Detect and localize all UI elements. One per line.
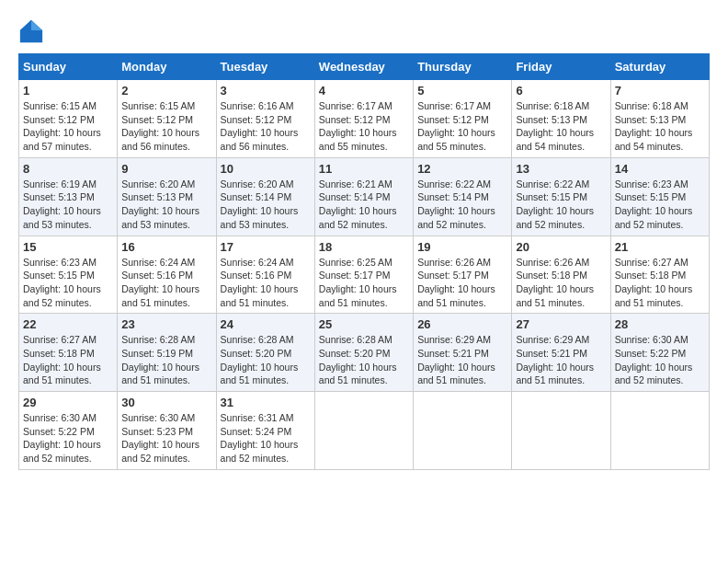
calendar-cell: 14Sunrise: 6:23 AMSunset: 5:15 PMDayligh…	[610, 157, 709, 236]
svg-marker-2	[20, 20, 31, 30]
calendar-cell: 24Sunrise: 6:28 AMSunset: 5:20 PMDayligh…	[216, 314, 314, 392]
day-number: 28	[615, 317, 705, 331]
day-info: Sunrise: 6:15 AMSunset: 5:12 PMDaylight:…	[23, 99, 113, 154]
weekday-header-thursday: Thursday	[414, 54, 512, 80]
day-number: 15	[23, 240, 113, 254]
day-info: Sunrise: 6:26 AMSunset: 5:18 PMDaylight:…	[516, 256, 606, 310]
calendar-cell: 23Sunrise: 6:28 AMSunset: 5:19 PMDayligh…	[118, 314, 216, 392]
calendar-cell: 4Sunrise: 6:17 AMSunset: 5:12 PMDaylight…	[314, 80, 413, 158]
calendar-cell: 25Sunrise: 6:28 AMSunset: 5:20 PMDayligh…	[314, 314, 413, 392]
day-info: Sunrise: 6:17 AMSunset: 5:12 PMDaylight:…	[417, 99, 507, 154]
calendar-week-3: 15Sunrise: 6:23 AMSunset: 5:15 PMDayligh…	[19, 236, 710, 314]
day-number: 3	[221, 84, 311, 98]
day-info: Sunrise: 6:28 AMSunset: 5:20 PMDaylight:…	[221, 333, 311, 387]
day-number: 22	[23, 317, 113, 331]
day-info: Sunrise: 6:24 AMSunset: 5:16 PMDaylight:…	[121, 256, 211, 310]
calendar-cell: 20Sunrise: 6:26 AMSunset: 5:18 PMDayligh…	[512, 236, 610, 314]
day-info: Sunrise: 6:30 AMSunset: 5:23 PMDaylight:…	[121, 411, 211, 465]
calendar-cell: 7Sunrise: 6:18 AMSunset: 5:13 PMDaylight…	[610, 80, 709, 158]
day-info: Sunrise: 6:28 AMSunset: 5:20 PMDaylight:…	[319, 333, 409, 387]
svg-marker-1	[31, 20, 42, 30]
calendar-cell: 8Sunrise: 6:19 AMSunset: 5:13 PMDaylight…	[19, 157, 118, 236]
calendar-cell: 17Sunrise: 6:24 AMSunset: 5:16 PMDayligh…	[216, 236, 314, 314]
day-info: Sunrise: 6:18 AMSunset: 5:13 PMDaylight:…	[516, 99, 606, 154]
day-info: Sunrise: 6:22 AMSunset: 5:14 PMDaylight:…	[417, 178, 507, 232]
calendar-week-5: 29Sunrise: 6:30 AMSunset: 5:22 PMDayligh…	[19, 392, 710, 470]
calendar-week-4: 22Sunrise: 6:27 AMSunset: 5:18 PMDayligh…	[19, 314, 710, 392]
day-info: Sunrise: 6:31 AMSunset: 5:24 PMDaylight:…	[221, 411, 311, 465]
day-number: 2	[121, 84, 211, 98]
calendar-cell: 28Sunrise: 6:30 AMSunset: 5:22 PMDayligh…	[610, 314, 709, 392]
day-info: Sunrise: 6:24 AMSunset: 5:16 PMDaylight:…	[221, 256, 311, 310]
day-number: 7	[615, 84, 705, 98]
calendar-cell: 5Sunrise: 6:17 AMSunset: 5:12 PMDaylight…	[414, 80, 512, 158]
day-number: 4	[319, 84, 409, 98]
calendar-cell	[314, 392, 413, 470]
weekday-header-row: SundayMondayTuesdayWednesdayThursdayFrid…	[19, 54, 710, 80]
day-number: 10	[221, 162, 311, 176]
calendar-cell: 15Sunrise: 6:23 AMSunset: 5:15 PMDayligh…	[19, 236, 118, 314]
weekday-header-sunday: Sunday	[19, 54, 118, 80]
day-number: 30	[121, 396, 211, 409]
day-number: 11	[319, 162, 409, 176]
calendar-week-1: 1Sunrise: 6:15 AMSunset: 5:12 PMDaylight…	[19, 80, 710, 158]
calendar-cell	[512, 392, 610, 470]
calendar-cell: 2Sunrise: 6:15 AMSunset: 5:12 PMDaylight…	[118, 80, 216, 158]
day-info: Sunrise: 6:27 AMSunset: 5:18 PMDaylight:…	[23, 333, 113, 387]
day-info: Sunrise: 6:25 AMSunset: 5:17 PMDaylight:…	[319, 256, 409, 310]
day-info: Sunrise: 6:19 AMSunset: 5:13 PMDaylight:…	[23, 178, 113, 232]
calendar-cell: 1Sunrise: 6:15 AMSunset: 5:12 PMDaylight…	[19, 80, 118, 158]
day-info: Sunrise: 6:20 AMSunset: 5:13 PMDaylight:…	[121, 178, 211, 232]
day-info: Sunrise: 6:29 AMSunset: 5:21 PMDaylight:…	[516, 333, 606, 387]
day-number: 6	[516, 84, 606, 98]
day-number: 27	[516, 317, 606, 331]
calendar-cell: 12Sunrise: 6:22 AMSunset: 5:14 PMDayligh…	[414, 157, 512, 236]
calendar-cell: 31Sunrise: 6:31 AMSunset: 5:24 PMDayligh…	[216, 392, 314, 470]
day-number: 12	[417, 162, 507, 176]
day-number: 14	[615, 162, 705, 176]
weekday-header-wednesday: Wednesday	[314, 54, 413, 80]
calendar-cell: 9Sunrise: 6:20 AMSunset: 5:13 PMDaylight…	[118, 157, 216, 236]
day-number: 9	[121, 162, 211, 176]
calendar-cell: 16Sunrise: 6:24 AMSunset: 5:16 PMDayligh…	[118, 236, 216, 314]
day-info: Sunrise: 6:15 AMSunset: 5:12 PMDaylight:…	[121, 99, 211, 154]
weekday-header-friday: Friday	[512, 54, 610, 80]
day-info: Sunrise: 6:29 AMSunset: 5:21 PMDaylight:…	[417, 333, 507, 387]
day-number: 13	[516, 162, 606, 176]
day-info: Sunrise: 6:18 AMSunset: 5:13 PMDaylight:…	[615, 99, 705, 154]
day-info: Sunrise: 6:22 AMSunset: 5:15 PMDaylight:…	[516, 178, 606, 232]
day-number: 16	[121, 240, 211, 254]
day-number: 5	[417, 84, 507, 98]
calendar-cell: 30Sunrise: 6:30 AMSunset: 5:23 PMDayligh…	[118, 392, 216, 470]
day-info: Sunrise: 6:26 AMSunset: 5:17 PMDaylight:…	[417, 256, 507, 310]
day-number: 31	[221, 396, 311, 409]
day-number: 17	[221, 240, 311, 254]
day-number: 20	[516, 240, 606, 254]
page-header	[18, 18, 710, 44]
calendar-table: SundayMondayTuesdayWednesdayThursdayFrid…	[18, 53, 710, 470]
day-number: 18	[319, 240, 409, 254]
day-info: Sunrise: 6:30 AMSunset: 5:22 PMDaylight:…	[615, 333, 705, 387]
day-info: Sunrise: 6:20 AMSunset: 5:14 PMDaylight:…	[221, 178, 311, 232]
calendar-cell: 21Sunrise: 6:27 AMSunset: 5:18 PMDayligh…	[610, 236, 709, 314]
day-number: 29	[23, 396, 113, 409]
day-info: Sunrise: 6:17 AMSunset: 5:12 PMDaylight:…	[319, 99, 409, 154]
calendar-cell	[414, 392, 512, 470]
calendar-cell: 11Sunrise: 6:21 AMSunset: 5:14 PMDayligh…	[314, 157, 413, 236]
day-number: 21	[615, 240, 705, 254]
calendar-cell: 19Sunrise: 6:26 AMSunset: 5:17 PMDayligh…	[414, 236, 512, 314]
day-info: Sunrise: 6:23 AMSunset: 5:15 PMDaylight:…	[615, 178, 705, 232]
day-info: Sunrise: 6:16 AMSunset: 5:12 PMDaylight:…	[221, 99, 311, 154]
calendar-cell: 13Sunrise: 6:22 AMSunset: 5:15 PMDayligh…	[512, 157, 610, 236]
weekday-header-saturday: Saturday	[610, 54, 709, 80]
day-number: 24	[221, 317, 311, 331]
day-info: Sunrise: 6:27 AMSunset: 5:18 PMDaylight:…	[615, 256, 705, 310]
weekday-header-tuesday: Tuesday	[216, 54, 314, 80]
day-info: Sunrise: 6:30 AMSunset: 5:22 PMDaylight:…	[23, 411, 113, 465]
day-number: 8	[23, 162, 113, 176]
day-number: 1	[23, 84, 113, 98]
logo-icon	[18, 18, 44, 44]
weekday-header-monday: Monday	[118, 54, 216, 80]
calendar-cell: 3Sunrise: 6:16 AMSunset: 5:12 PMDaylight…	[216, 80, 314, 158]
day-info: Sunrise: 6:28 AMSunset: 5:19 PMDaylight:…	[121, 333, 211, 387]
